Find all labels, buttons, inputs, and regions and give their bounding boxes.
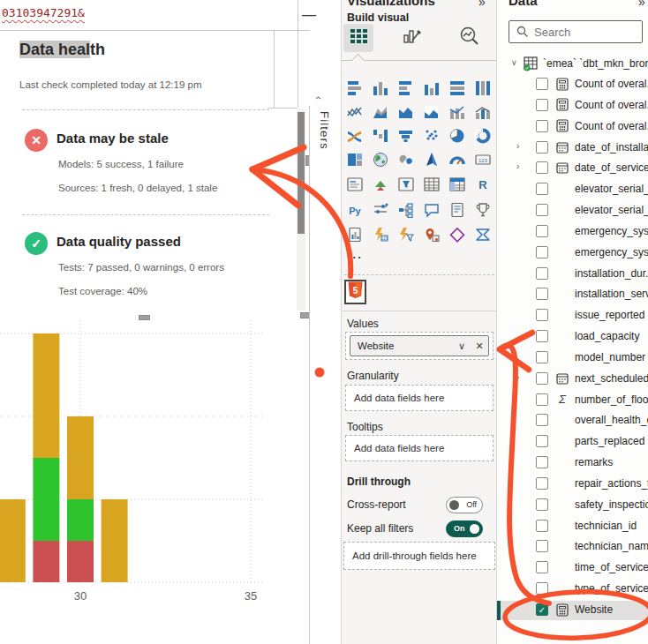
field-checkbox[interactable] xyxy=(536,351,548,363)
gauge-visual-icon[interactable] xyxy=(448,150,467,169)
collapse-pane-icon[interactable]: » xyxy=(638,0,645,9)
ribbon-visual-icon[interactable] xyxy=(345,126,365,146)
field-item-type-of-service[interactable]: type_of_service xyxy=(497,580,648,599)
field-checkbox[interactable] xyxy=(536,330,548,342)
tooltips-well[interactable]: Add data fields here xyxy=(345,435,494,461)
metrics-visual-icon[interactable] xyxy=(473,200,493,220)
field-item-model-number[interactable]: model_number xyxy=(497,348,648,368)
html-custom-visual-button[interactable]: 5 xyxy=(344,280,366,304)
bar-segment-yellow[interactable] xyxy=(67,416,94,499)
cross-report-toggle[interactable]: Off xyxy=(446,497,483,513)
field-checkbox[interactable] xyxy=(536,372,548,385)
granularity-well[interactable]: Add data fields here xyxy=(345,385,494,411)
slicer-visual-icon[interactable] xyxy=(396,175,416,194)
bar-clustered-visual-icon[interactable] xyxy=(396,79,416,98)
smart-filter-visual-icon[interactable] xyxy=(371,200,390,220)
field-checkbox[interactable] xyxy=(536,99,548,111)
field-checkbox[interactable] xyxy=(536,561,548,573)
field-item-overall-health-c[interactable]: overall_health_c... xyxy=(497,411,648,431)
arcgis-visual-icon[interactable] xyxy=(422,225,441,244)
bar-segment-red[interactable] xyxy=(33,541,59,582)
field-item-count-of-overal[interactable]: Count of overal... xyxy=(497,117,648,137)
azure-map-visual-icon[interactable] xyxy=(422,150,441,169)
r-script-visual-icon[interactable]: R xyxy=(473,175,493,194)
field-item-emergency-syst[interactable]: emergency_syst... xyxy=(497,222,648,242)
bar-stacked-visual-icon[interactable] xyxy=(345,79,365,98)
chevron-right-icon[interactable]: › xyxy=(516,161,519,171)
field-checkbox[interactable] xyxy=(536,141,548,154)
card-scrollbar-thumb[interactable] xyxy=(298,112,305,234)
format-visual-tab[interactable] xyxy=(397,24,427,52)
kpi-visual-icon[interactable] xyxy=(371,175,390,194)
field-pill-website[interactable]: Website ∨ ✕ xyxy=(350,335,489,356)
build-visual-tab[interactable] xyxy=(343,24,373,52)
search-input[interactable] xyxy=(534,26,631,39)
field-item-remarks[interactable]: remarks xyxy=(497,453,648,473)
field-checkbox[interactable] xyxy=(536,582,548,595)
field-checkbox[interactable] xyxy=(536,183,548,195)
field-checkbox[interactable] xyxy=(536,477,548,490)
field-item-installation-dur[interactable]: installation_dur... xyxy=(497,265,648,284)
field-item-parts-replaced[interactable]: parts_replaced xyxy=(497,432,648,452)
table-item-dbt-mkn[interactable]: ∨`emea` `dbt_mkn_bron... xyxy=(497,55,648,74)
area-visual-icon[interactable] xyxy=(371,102,390,122)
field-item-date-of-installa[interactable]: ›date_of_installa... xyxy=(497,139,648,158)
field-item-installation-serv[interactable]: installation_serv... xyxy=(497,285,648,304)
field-item-issue-reported[interactable]: issue_reported xyxy=(497,306,648,326)
treemap-visual-icon[interactable] xyxy=(345,150,365,169)
column-100-visual-icon[interactable] xyxy=(473,79,493,98)
field-checkbox[interactable] xyxy=(536,540,548,552)
bar-segment-green[interactable] xyxy=(33,458,59,541)
decomposition-tree-visual-icon[interactable] xyxy=(396,200,416,220)
bar-segment-yellow[interactable] xyxy=(0,499,26,582)
field-checkbox[interactable] xyxy=(536,520,548,532)
field-item-repair-actions-t[interactable]: repair_actions_t... xyxy=(497,475,648,494)
field-checkbox[interactable] xyxy=(536,225,548,237)
bar-segment-yellow[interactable] xyxy=(102,499,128,582)
bar-segment-red[interactable] xyxy=(67,541,94,582)
field-item-elevator-serial[interactable]: elevator_serial_... xyxy=(497,180,648,199)
chevron-down-icon[interactable]: ∨ xyxy=(511,58,517,67)
field-checkbox[interactable] xyxy=(536,246,548,258)
collapse-pane-icon[interactable]: » xyxy=(478,0,486,9)
chevron-right-icon[interactable]: › xyxy=(516,372,519,382)
field-checkbox[interactable] xyxy=(536,393,548,406)
field-checkbox[interactable] xyxy=(536,309,548,321)
minimize-icon[interactable]: — xyxy=(302,7,316,23)
matrix-visual-icon[interactable] xyxy=(448,175,467,194)
paginated-report-visual-icon[interactable] xyxy=(345,225,365,244)
chevron-right-icon[interactable]: › xyxy=(516,141,519,151)
field-checkbox[interactable] xyxy=(536,78,548,90)
field-item-date-of-service[interactable]: ›date_of_service xyxy=(497,159,648,178)
field-checkbox[interactable] xyxy=(536,414,548,426)
expand-filters-icon[interactable]: ‹ xyxy=(313,96,325,100)
scatter-visual-icon[interactable] xyxy=(422,126,441,146)
drill-through-well[interactable]: Add drill-through fields here xyxy=(343,542,495,570)
field-item-website[interactable]: ✓Website xyxy=(497,601,648,620)
donut-visual-icon[interactable] xyxy=(473,126,493,146)
card-visual-icon[interactable]: 123 xyxy=(473,150,493,169)
chevron-down-icon[interactable]: ∨ xyxy=(453,341,471,352)
field-item-safety-inspectio[interactable]: safety_inspectio... xyxy=(497,496,648,515)
field-checkbox[interactable] xyxy=(536,267,548,280)
bar-segment-yellow[interactable] xyxy=(33,333,59,458)
line-visual-icon[interactable] xyxy=(345,102,365,122)
remove-field-icon[interactable]: ✕ xyxy=(471,341,488,352)
python-visual-icon[interactable]: Py xyxy=(345,200,365,220)
line-clustered-column-visual-icon[interactable] xyxy=(473,102,493,122)
column-clustered-visual-icon[interactable] xyxy=(422,79,441,98)
area-100-visual-icon[interactable] xyxy=(422,102,441,122)
field-checkbox[interactable] xyxy=(536,498,548,511)
map-visual-icon[interactable] xyxy=(371,150,390,169)
line-stacked-column-visual-icon[interactable] xyxy=(448,102,467,122)
field-item-elevator-serial[interactable]: elevator_serial_... xyxy=(497,201,648,221)
field-item-technician-id[interactable]: technician_id xyxy=(497,517,648,536)
quick-filter-visual-icon[interactable] xyxy=(396,225,416,244)
qa-visual-icon[interactable] xyxy=(422,200,441,220)
field-item-time-of-service[interactable]: time_of_service xyxy=(497,558,648,578)
field-checkbox[interactable] xyxy=(536,435,548,447)
power-apps-visual-icon[interactable] xyxy=(448,225,467,244)
bar-segment-green[interactable] xyxy=(67,499,94,541)
filled-map-visual-icon[interactable] xyxy=(396,150,416,169)
field-checkbox[interactable] xyxy=(536,288,548,300)
